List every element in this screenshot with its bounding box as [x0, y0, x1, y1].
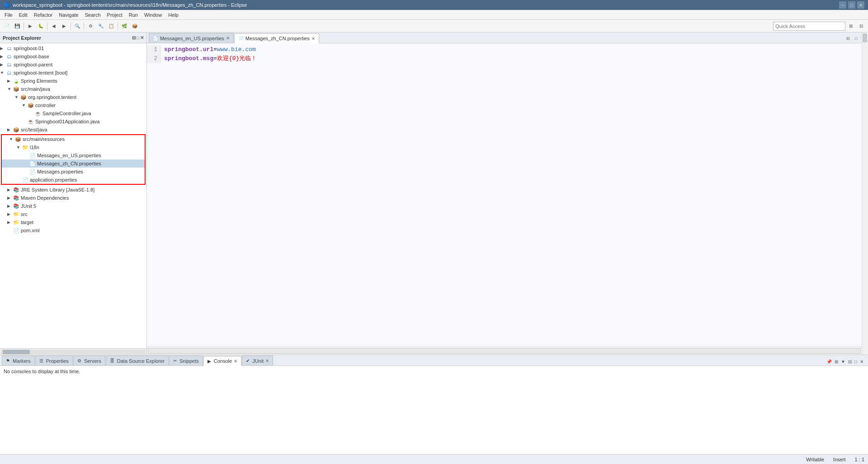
tree-pom[interactable]: 📄 pom.xml	[0, 226, 146, 234]
tree-springboot-parent[interactable]: ▶ 🗂 springboot-parent	[0, 61, 146, 69]
tree-junit5[interactable]: ▶ 📚 JUnit 5	[0, 202, 146, 210]
console-close-icon[interactable]: ✕	[859, 359, 864, 365]
tree-springboot01[interactable]: ▶ 🗂 springboot-01	[0, 44, 146, 52]
toolbar-forward[interactable]: ▶	[59, 21, 69, 31]
code-key-1: springboot.url	[164, 46, 213, 53]
toolbar-extra1[interactable]: ⚙	[85, 21, 95, 31]
tree-messages-en[interactable]: 📄 Messages_en_US.properties	[2, 151, 145, 159]
toolbar-extra3[interactable]: 📋	[106, 21, 116, 31]
menu-file[interactable]: File	[2, 11, 15, 19]
pe-minimize-icon[interactable]: ⊟	[132, 35, 136, 40]
tree-target[interactable]: ▶ 📁 target	[0, 218, 146, 226]
menu-search[interactable]: Search	[82, 11, 104, 19]
tree-maven-deps[interactable]: ▶ 📚 Maven Dependencies	[0, 194, 146, 202]
tree-controller[interactable]: ▼ 📦 controller	[0, 101, 146, 109]
arrow-src: ▶	[7, 212, 13, 216]
left-h-scroll-thumb[interactable]	[3, 350, 30, 354]
toolbar-panel-toggle[interactable]: ⊞	[846, 21, 856, 31]
editor-content[interactable]: 1 springboot.url=www.bie.com 2 springboo…	[147, 43, 862, 347]
menu-run[interactable]: Run	[126, 11, 141, 19]
tree-src[interactable]: ▶ 📁 src	[0, 210, 146, 218]
tree-spring-elements[interactable]: ▶ 🍃 Spring Elements	[0, 77, 146, 85]
toolbar-extra5[interactable]: 📦	[130, 21, 140, 31]
toolbar-search[interactable]: 🔍	[72, 21, 82, 31]
toolbar-debug[interactable]: 🐛	[36, 21, 46, 31]
menu-refactor[interactable]: Refactor	[31, 11, 56, 19]
toolbar-new[interactable]: 📄	[2, 21, 12, 31]
pe-maximize-icon[interactable]: □	[137, 35, 139, 40]
close-button[interactable]: ✕	[857, 1, 864, 9]
tree-messages[interactable]: 📄 Messages.properties	[2, 168, 145, 176]
tab-close-console[interactable]: ✕	[234, 359, 237, 364]
pe-close-icon[interactable]: ✕	[140, 35, 144, 40]
editor-tab-min[interactable]: ⊟	[844, 35, 852, 42]
icon-springboot-parent: 🗂	[5, 61, 13, 68]
quick-access-input[interactable]	[773, 22, 845, 31]
console-max-icon[interactable]: □	[854, 359, 858, 365]
tab-servers[interactable]: ⚙ Servers	[73, 356, 105, 366]
status-position: 1 : 1	[855, 457, 864, 462]
status-writable: Writable	[806, 457, 824, 462]
maximize-button[interactable]: □	[848, 1, 855, 9]
icon-springboot01: 🗂	[5, 45, 13, 52]
red-border-box: ▼ 📦 src/main/resources ▼ 📁 i18n	[1, 134, 146, 185]
toolbar-run[interactable]: ▶	[25, 21, 35, 31]
icon-org-springboot: 📦	[20, 94, 27, 101]
tab-close-zh[interactable]: ✕	[311, 36, 315, 41]
tab-messages-en[interactable]: 📄 Messages_en_US.properties ✕	[149, 33, 234, 43]
tree-springboot01app[interactable]: ☕ Springboot01Application.java	[0, 117, 146, 126]
menu-edit[interactable]: Edit	[16, 11, 30, 19]
toolbar-extra2[interactable]: 🔧	[96, 21, 106, 31]
tree-src-test-java[interactable]: ▶ 📦 src/test/java	[0, 126, 146, 134]
tab-messages-zh[interactable]: 📄 Messages_zh_CN.properties ✕	[234, 33, 319, 43]
tree-sample-controller[interactable]: ☕ SampleController.java	[0, 109, 146, 117]
tree-springboot-base[interactable]: ▶ 🗂 springboot-base	[0, 52, 146, 61]
left-h-scrollbar[interactable]	[0, 348, 146, 355]
toolbar-extra4[interactable]: 🌿	[119, 21, 129, 31]
arrow-src-main-java: ▼	[7, 87, 13, 91]
tab-label-servers: Servers	[84, 358, 101, 364]
tab-close-en[interactable]: ✕	[226, 36, 230, 41]
tab-properties[interactable]: ☰ Properties	[35, 356, 73, 366]
left-panel: Project Explorer ⊟ □ ✕ ▶ 🗂 springboot-01…	[0, 33, 147, 355]
tree-i18n[interactable]: ▼ 📁 i18n	[2, 143, 145, 151]
editor-v-scroll-thumb	[863, 33, 867, 42]
console-arrow-icon[interactable]: ▼	[840, 359, 846, 365]
label-messages-zh: Messages_zh_CN.properties	[37, 161, 101, 166]
tab-console[interactable]: ▶ Console ✕	[203, 356, 241, 366]
label-maven-deps: Maven Dependencies	[21, 195, 69, 201]
tab-close-junit[interactable]: ✕	[265, 358, 269, 363]
tree-springboot-tentent[interactable]: ▼ 🗂 springboot-tentent [boot]	[0, 69, 146, 77]
console-layout-icon[interactable]: ⊞	[834, 359, 839, 365]
arrow-springboot-tentent: ▼	[0, 70, 5, 75]
tree-src-main-java[interactable]: ▼ 📦 src/main/java	[0, 85, 146, 93]
editor-h-scrollbar-area[interactable]	[147, 347, 862, 355]
console-pin-icon[interactable]: 📌	[826, 359, 833, 365]
icon-spring-elements: 🍃	[13, 77, 20, 84]
toolbar-back[interactable]: ◀	[49, 21, 59, 31]
tree-org-springboot-tentent[interactable]: ▼ 📦 org.springboot.tentent	[0, 93, 146, 101]
editor-tab-max[interactable]: □	[853, 35, 860, 42]
tree-application-props[interactable]: 📄 application.properties	[2, 176, 145, 184]
tree-jre-system[interactable]: ▶ 📚 JRE System Library [JavaSE-1.8]	[0, 186, 146, 194]
tab-datasource[interactable]: 🗄 Data Source Explorer	[106, 356, 169, 366]
tab-snippets[interactable]: ✂ Snippets	[169, 356, 203, 366]
tree-messages-zh[interactable]: 📄 Messages_zh_CN.properties	[2, 159, 145, 168]
menu-navigate[interactable]: Navigate	[56, 11, 81, 19]
project-tree[interactable]: ▶ 🗂 springboot-01 ▶ 🗂 springboot-base ▶ …	[0, 43, 146, 348]
tab-markers[interactable]: ⚑ Markers	[2, 356, 35, 366]
toolbar-perspective[interactable]: ⊟	[856, 21, 866, 31]
arrow-messages	[24, 169, 29, 174]
menu-window[interactable]: Window	[142, 11, 165, 19]
minimize-button[interactable]: ─	[839, 1, 846, 9]
tab-junit[interactable]: ✔ JUnit ✕	[242, 356, 273, 366]
label-pom: pom.xml	[21, 228, 40, 233]
editor-v-scrollbar[interactable]	[862, 33, 868, 355]
editor-h-scrollbar[interactable]	[148, 348, 861, 354]
tree-src-main-resources[interactable]: ▼ 📦 src/main/resources	[2, 135, 145, 143]
menu-project[interactable]: Project	[104, 11, 125, 19]
menu-help[interactable]: Help	[165, 11, 181, 19]
toolbar-save[interactable]: 💾	[12, 21, 22, 31]
console-min-icon[interactable]: ⊟	[847, 359, 853, 365]
icon-sample-controller: ☕	[34, 110, 42, 117]
